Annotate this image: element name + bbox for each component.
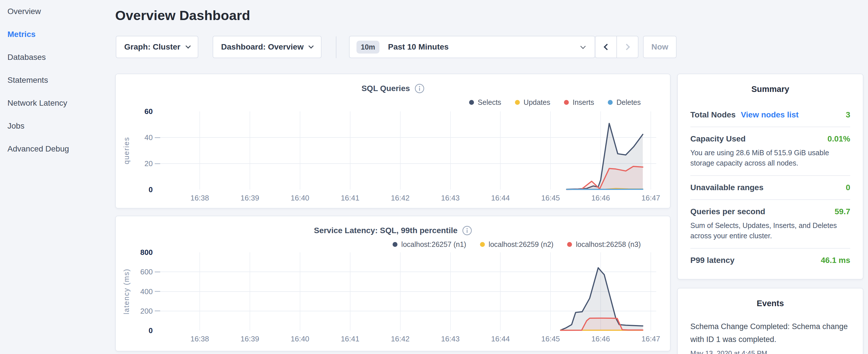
svg-text:16:39: 16:39 (241, 334, 259, 343)
event-text: Schema Change Completed: Schema change w… (690, 320, 850, 346)
svg-text:60: 60 (145, 107, 153, 116)
sidebar-item-advanced-debug[interactable]: Advanced Debug (0, 137, 115, 160)
summary-row-description: Sum of Selects, Updates, Inserts, and De… (690, 220, 850, 241)
sidebar-item-metrics[interactable]: Metrics (0, 23, 115, 46)
chevron-left-icon (603, 44, 610, 51)
summary-rows: Total NodesView nodes list3Capacity Used… (690, 103, 850, 272)
event-timestamp: May 13, 2020 at 4:45 PM (690, 349, 850, 354)
summary-row-description: You are using 28.6 MiB of 515.9 GiB usab… (690, 148, 850, 168)
summary-row: P99 latency46.1 ms (690, 248, 850, 272)
sidebar-nav: Overview Metrics Databases Statements Ne… (0, 0, 115, 160)
svg-text:16:45: 16:45 (541, 334, 560, 343)
chart-card-service-latency: Service Latency: SQL, 99th percentile lo… (115, 216, 671, 351)
svg-text:600: 600 (141, 267, 153, 276)
time-step-back-button[interactable] (595, 36, 616, 58)
chevron-down-icon (580, 43, 585, 49)
summary-row-label: Total Nodes (690, 110, 736, 120)
summary-row-label: Capacity Used (690, 134, 746, 143)
summary-row-value: 59.7 (835, 207, 850, 216)
chevron-right-icon (623, 44, 630, 51)
sidebar-item-overview[interactable]: Overview (0, 0, 115, 23)
sidebar-item-jobs[interactable]: Jobs (0, 115, 115, 137)
svg-text:0: 0 (149, 185, 153, 194)
svg-text:16:39: 16:39 (241, 194, 259, 202)
sql-queries-plot[interactable]: 16:3816:3916:4016:4116:4216:4316:4416:45… (116, 74, 670, 208)
summary-row: Queries per second59.7Sum of Selects, Up… (690, 199, 850, 248)
svg-text:20: 20 (145, 159, 153, 168)
service-latency-plot[interactable]: 16:3816:3916:4016:4116:4216:4316:4416:45… (116, 216, 670, 351)
svg-text:16:47: 16:47 (642, 194, 660, 202)
summary-row: Unavailable ranges0 (690, 175, 850, 199)
svg-text:16:40: 16:40 (290, 334, 309, 343)
chart-card-sql-queries: SQL Queries SelectsUpdatesInsertsDeletes… (115, 74, 671, 208)
view-nodes-list-link[interactable]: View nodes list (741, 110, 799, 120)
now-button[interactable]: Now (643, 36, 677, 58)
svg-text:latency (ms): latency (ms) (122, 268, 130, 314)
sidebar-item-network-latency[interactable]: Network Latency (0, 92, 115, 115)
summary-panel: Summary Total NodesView nodes list3Capac… (677, 74, 863, 280)
time-range-badge: 10m (356, 41, 379, 54)
chevron-down-icon (185, 43, 191, 49)
summary-title: Summary (690, 85, 850, 94)
events-panel: Events Schema Change Completed: Schema c… (677, 288, 863, 354)
time-range-selector[interactable]: 10m Past 10 Minutes (349, 36, 595, 58)
summary-row-value: 46.1 ms (821, 256, 850, 265)
sidebar-item-statements[interactable]: Statements (0, 69, 115, 92)
svg-text:16:40: 16:40 (290, 194, 309, 202)
events-title: Events (690, 299, 850, 308)
time-step-forward-button[interactable] (616, 36, 638, 58)
svg-text:16:46: 16:46 (591, 334, 610, 343)
sidebar-item-databases[interactable]: Databases (0, 46, 115, 69)
summary-row-label: P99 latency (690, 256, 735, 265)
summary-row-value: 0 (846, 183, 850, 192)
svg-text:16:41: 16:41 (341, 194, 359, 202)
summary-row-label: Queries per second (690, 207, 765, 216)
summary-row-value: 0.01% (828, 134, 850, 143)
svg-text:16:42: 16:42 (391, 334, 409, 343)
summary-row-label: Unavailable ranges (690, 183, 764, 192)
sidebar: Overview Metrics Databases Statements Ne… (0, 0, 115, 354)
svg-text:16:38: 16:38 (190, 334, 209, 343)
svg-text:200: 200 (141, 307, 153, 315)
dashboard-dropdown[interactable]: Dashboard: Overview (213, 36, 321, 58)
svg-text:16:43: 16:43 (441, 334, 460, 343)
svg-text:16:47: 16:47 (642, 334, 660, 343)
svg-text:16:46: 16:46 (591, 194, 610, 202)
summary-row-value: 3 (846, 110, 850, 120)
svg-text:0: 0 (149, 326, 153, 335)
event-item[interactable]: Schema Change Completed: Schema change w… (690, 320, 850, 354)
summary-row: Capacity Used0.01%You are using 28.6 MiB… (690, 127, 850, 175)
now-button-label: Now (651, 42, 668, 52)
page-title: Overview Dashboard (115, 7, 250, 23)
dashboard-dropdown-label: Dashboard: Overview (221, 42, 304, 52)
summary-row: Total NodesView nodes list3 (690, 103, 850, 127)
graph-dropdown[interactable]: Graph: Cluster (116, 36, 198, 58)
graph-dropdown-label: Graph: Cluster (124, 42, 180, 52)
svg-text:16:41: 16:41 (341, 334, 359, 343)
chevron-down-icon (309, 43, 314, 49)
svg-text:16:44: 16:44 (491, 194, 510, 202)
svg-text:800: 800 (141, 248, 153, 257)
svg-text:16:44: 16:44 (491, 334, 510, 343)
svg-text:16:38: 16:38 (190, 194, 209, 202)
svg-text:16:42: 16:42 (391, 194, 409, 202)
time-range-label: Past 10 Minutes (388, 42, 449, 52)
time-step-buttons (595, 36, 639, 58)
svg-text:16:43: 16:43 (441, 194, 460, 202)
header-divider (336, 36, 336, 58)
svg-text:16:45: 16:45 (541, 194, 560, 202)
svg-text:40: 40 (145, 133, 153, 142)
svg-text:queries: queries (122, 137, 130, 164)
svg-text:400: 400 (141, 287, 153, 296)
